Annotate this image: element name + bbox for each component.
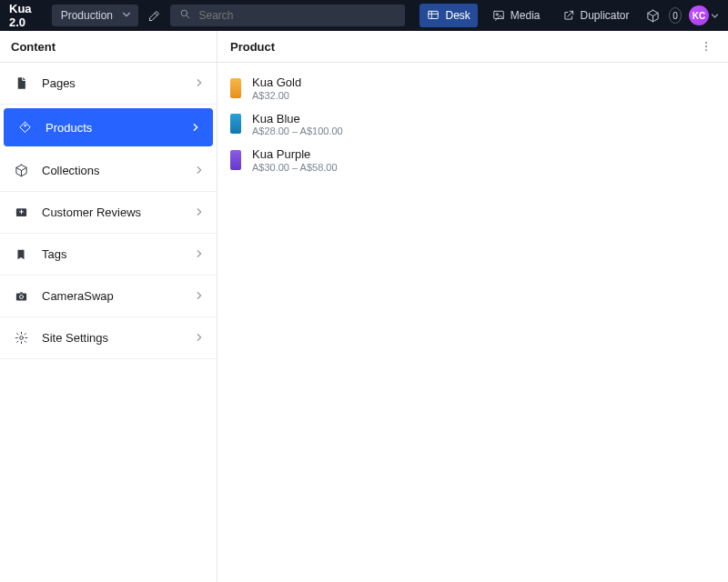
sidebar-item-label: Pages xyxy=(42,76,182,90)
sidebar-item-products[interactable]: Products xyxy=(4,108,213,146)
tool-media-label: Media xyxy=(511,9,541,22)
bookmark-icon xyxy=(13,248,29,261)
svg-point-0 xyxy=(182,10,188,16)
sidebar: Content Pages Products Collections Custo… xyxy=(0,31,217,582)
svg-point-3 xyxy=(496,14,498,15)
chevron-right-icon xyxy=(195,206,204,219)
tool-duplicator[interactable]: Duplicator xyxy=(555,4,637,27)
product-list: Kua Gold A$32.00 Kua Blue A$28.00 – A$10… xyxy=(217,63,728,186)
global-search[interactable] xyxy=(170,5,405,26)
sidebar-item-tags[interactable]: Tags xyxy=(0,234,217,276)
chevron-right-icon xyxy=(195,76,204,90)
package-icon xyxy=(13,164,29,177)
sidebar-item-label: Collections xyxy=(42,164,182,177)
tag-icon xyxy=(16,121,33,135)
chevron-right-icon xyxy=(195,289,204,303)
avatar: KC xyxy=(689,5,709,25)
product-price: A$32.00 xyxy=(252,90,301,101)
environment-label: Production xyxy=(61,9,113,22)
compose-button[interactable] xyxy=(146,4,163,27)
gear-icon xyxy=(13,331,29,345)
sidebar-item-label: Products xyxy=(46,121,178,135)
sidebar-item-collections[interactable]: Collections xyxy=(0,150,217,192)
package-icon-button[interactable] xyxy=(644,4,662,27)
sidebar-item-label: CameraSwap xyxy=(42,289,182,303)
chevron-right-icon xyxy=(195,331,204,345)
svg-point-10 xyxy=(705,45,707,47)
review-icon xyxy=(13,206,29,219)
environment-selector[interactable]: Production xyxy=(52,5,138,26)
main-area: Content Pages Products Collections Custo… xyxy=(0,31,728,582)
sidebar-item-label: Customer Reviews xyxy=(42,206,182,219)
camera-icon xyxy=(13,289,29,303)
avatar-initials: KC xyxy=(693,11,705,21)
sidebar-item-site-settings[interactable]: Site Settings xyxy=(0,317,217,359)
tool-desk[interactable]: Desk xyxy=(420,4,477,27)
notification-badge[interactable]: 0 xyxy=(669,7,682,24)
brand-title: Kua 2.0 xyxy=(9,2,45,29)
sidebar-item-cameraswap[interactable]: CameraSwap xyxy=(0,276,217,317)
chevron-right-icon xyxy=(195,247,204,261)
sidebar-item-customer-reviews[interactable]: Customer Reviews xyxy=(0,192,217,234)
content-pane: Product Kua Gold A$32.00 Kua Blue A$28.0… xyxy=(217,31,728,582)
notification-count: 0 xyxy=(672,11,678,21)
sidebar-item-label: Site Settings xyxy=(42,331,182,345)
sidebar-title: Content xyxy=(0,31,217,63)
svg-point-4 xyxy=(24,125,25,126)
product-row[interactable]: Kua Blue A$28.00 – A$100.00 xyxy=(221,106,724,143)
product-row[interactable]: Kua Purple A$30.00 – A$58.00 xyxy=(221,142,724,178)
user-menu[interactable]: KC xyxy=(689,5,719,25)
svg-point-8 xyxy=(19,336,23,340)
chevron-down-icon xyxy=(711,9,719,23)
svg-point-9 xyxy=(705,42,707,44)
product-price: A$30.00 – A$58.00 xyxy=(252,162,338,173)
product-name: Kua Blue xyxy=(252,112,343,126)
sidebar-item-label: Tags xyxy=(42,247,182,261)
document-icon xyxy=(13,76,29,90)
search-input[interactable] xyxy=(198,9,396,22)
chevron-down-icon xyxy=(122,9,131,22)
tool-duplicator-label: Duplicator xyxy=(581,9,630,22)
svg-rect-6 xyxy=(15,293,25,300)
search-icon xyxy=(179,8,191,23)
chevron-right-icon xyxy=(191,121,200,135)
content-header: Product xyxy=(217,31,728,63)
product-name: Kua Gold xyxy=(252,75,301,90)
product-name: Kua Purple xyxy=(252,147,338,162)
product-row[interactable]: Kua Gold A$32.00 xyxy=(221,70,724,106)
product-thumbnail xyxy=(230,150,241,170)
top-navbar: Kua 2.0 Production Desk Media Duplicator… xyxy=(0,0,728,31)
product-thumbnail xyxy=(230,114,241,134)
content-menu-button[interactable] xyxy=(697,37,715,55)
tool-media[interactable]: Media xyxy=(485,4,548,27)
sidebar-item-pages[interactable]: Pages xyxy=(0,63,217,105)
tool-desk-label: Desk xyxy=(445,9,470,22)
svg-point-11 xyxy=(705,49,707,51)
product-price: A$28.00 – A$100.00 xyxy=(252,125,343,136)
svg-rect-1 xyxy=(429,11,439,18)
product-thumbnail xyxy=(230,78,241,98)
content-title: Product xyxy=(230,40,697,54)
chevron-right-icon xyxy=(195,164,204,177)
